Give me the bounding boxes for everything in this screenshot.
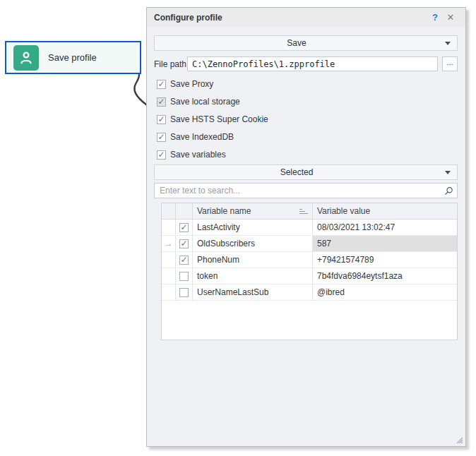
- variable-name-cell[interactable]: token: [193, 268, 313, 284]
- dialog-title: Configure profile: [154, 13, 222, 23]
- table-row[interactable]: → ✓ LastActivity 08/03/2021 13:02:47: [162, 220, 457, 236]
- checkbox-icon[interactable]: ✓: [157, 97, 166, 107]
- checkbox-icon[interactable]: ✓: [157, 150, 166, 160]
- row-indicator-cell: →: [162, 220, 176, 235]
- canvas: Save profile Configure profile ? ✕ Save …: [0, 0, 476, 456]
- variable-value-cell[interactable]: 587: [313, 236, 457, 251]
- check-mark-icon: ✓: [157, 98, 165, 106]
- check-mark-icon: ✓: [157, 151, 165, 159]
- block-label: Save profile: [48, 52, 97, 63]
- save-option-checkbox[interactable]: ✓ Save variables: [157, 150, 226, 160]
- checkbox-icon[interactable]: ✓: [179, 223, 189, 232]
- search-box: [154, 183, 458, 198]
- variables-filter-dropdown[interactable]: Selected: [154, 164, 458, 180]
- column-header-variable-name[interactable]: Variable name: [193, 203, 313, 219]
- table-row[interactable]: → ✓ token 7b4fdva6984eytsf1aza: [162, 268, 457, 284]
- variable-value-cell[interactable]: +79421574789: [313, 252, 457, 268]
- row-checkbox-cell[interactable]: ✓: [176, 268, 193, 284]
- checkbox-icon[interactable]: ✓: [179, 272, 189, 281]
- save-mode-value: Save: [155, 38, 439, 48]
- save-option-checkbox[interactable]: ✓ Save local storage: [157, 97, 240, 107]
- browse-button[interactable]: ...: [442, 56, 458, 71]
- dialog-titlebar[interactable]: Configure profile ? ✕: [147, 8, 465, 27]
- header-checkbox-cell[interactable]: [176, 203, 193, 219]
- sort-ascending-icon: [299, 209, 308, 214]
- variable-name-cell[interactable]: OldSubscribers: [193, 236, 313, 251]
- check-mark-icon: ✓: [157, 80, 165, 88]
- variable-name-cell[interactable]: PhoneNum: [193, 252, 313, 268]
- row-indicator-cell: →: [162, 236, 176, 251]
- search-input[interactable]: [155, 186, 440, 196]
- variable-value-cell[interactable]: 7b4fdva6984eytsf1aza: [313, 268, 457, 284]
- save-mode-dropdown[interactable]: Save: [154, 35, 458, 51]
- row-checkbox-cell[interactable]: ✓: [176, 252, 193, 268]
- table-body: → ✓ LastActivity 08/03/2021 13:02:47 → ✓…: [162, 220, 457, 301]
- help-button[interactable]: ?: [427, 12, 443, 23]
- checkbox-icon[interactable]: ✓: [179, 288, 189, 297]
- row-checkbox-cell[interactable]: ✓: [176, 284, 193, 300]
- file-path-input[interactable]: [187, 56, 438, 71]
- row-checkbox-cell[interactable]: ✓: [176, 220, 193, 235]
- checkbox-label: Save local storage: [170, 97, 240, 107]
- table-row[interactable]: → ✓ PhoneNum +79421574789: [162, 252, 457, 268]
- check-mark-icon: ✓: [180, 240, 187, 248]
- table-row[interactable]: → ✓ UserNameLastSub @ibred: [162, 284, 457, 301]
- check-mark-icon: ✓: [180, 224, 187, 232]
- chevron-down-icon[interactable]: [439, 165, 457, 179]
- save-profile-block[interactable]: Save profile: [5, 41, 141, 74]
- focused-row-arrow-icon: →: [165, 239, 173, 248]
- checkbox-label: Save IndexedDB: [170, 132, 234, 142]
- check-mark-icon: ✓: [180, 256, 187, 264]
- checkbox-label: Save Proxy: [170, 79, 213, 89]
- search-icon[interactable]: [440, 186, 457, 196]
- table-row[interactable]: → ✓ OldSubscribers 587: [162, 236, 457, 252]
- variable-value-cell[interactable]: 08/03/2021 13:02:47: [313, 220, 457, 235]
- save-option-checkbox[interactable]: ✓ Save Proxy: [157, 79, 213, 89]
- variable-name-cell[interactable]: UserNameLastSub: [193, 284, 313, 300]
- row-indicator-cell: →: [162, 268, 176, 284]
- save-option-checkbox[interactable]: ✓ Save IndexedDB: [157, 132, 234, 142]
- configure-profile-dialog: Configure profile ? ✕ Save File path ...…: [146, 7, 466, 447]
- person-icon: [13, 45, 39, 71]
- check-mark-icon: ✓: [157, 116, 165, 124]
- chevron-down-icon[interactable]: [439, 36, 457, 50]
- resize-grip[interactable]: [454, 435, 463, 444]
- check-mark-icon: ✓: [157, 133, 165, 141]
- column-header-label: Variable value: [317, 206, 370, 216]
- column-header-label: Variable name: [197, 206, 251, 216]
- checkbox-icon[interactable]: ✓: [157, 80, 166, 89]
- variables-filter-value: Selected: [155, 167, 439, 177]
- column-header-variable-value[interactable]: Variable value: [313, 203, 457, 219]
- checkbox-label: Save HSTS Super Cookie: [170, 114, 268, 124]
- checkbox-label: Save variables: [170, 150, 226, 160]
- checkbox-icon[interactable]: ✓: [179, 256, 189, 265]
- row-indicator-cell: →: [162, 284, 176, 300]
- table-header-row: Variable name Variable value: [162, 203, 457, 220]
- header-indicator-cell: [162, 203, 176, 219]
- variables-table: Variable name Variable value → ✓ LastAct…: [161, 203, 458, 340]
- row-checkbox-cell[interactable]: ✓: [176, 236, 193, 251]
- file-path-label: File path: [154, 59, 186, 69]
- checkbox-icon[interactable]: ✓: [157, 133, 166, 142]
- checkbox-icon[interactable]: ✓: [179, 239, 189, 248]
- save-option-checkbox[interactable]: ✓ Save HSTS Super Cookie: [157, 114, 268, 124]
- close-button[interactable]: ✕: [443, 12, 458, 23]
- variable-name-cell[interactable]: LastActivity: [193, 220, 313, 235]
- variable-value-cell[interactable]: @ibred: [313, 284, 457, 300]
- row-indicator-cell: →: [162, 252, 176, 268]
- checkbox-icon[interactable]: ✓: [157, 115, 166, 124]
